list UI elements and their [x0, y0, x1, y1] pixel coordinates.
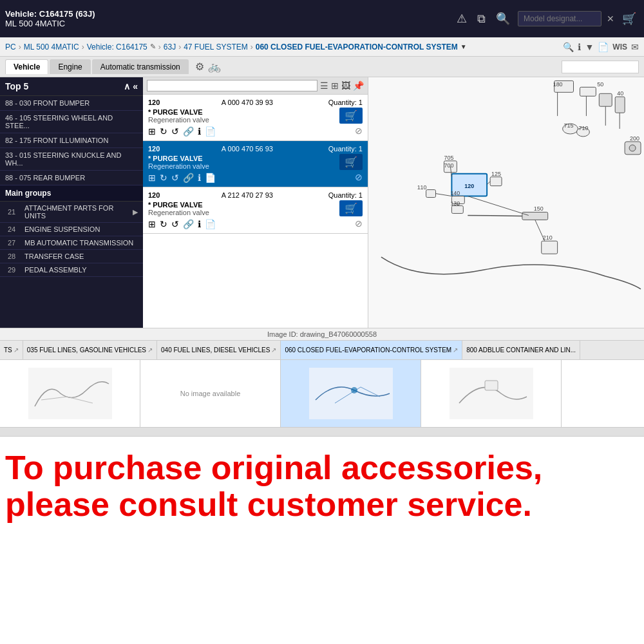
sidebar-group-attachment[interactable]: 21 ATTACHMENT PARTS FOR UNITS ▶	[0, 202, 143, 223]
part-qty-2: Quantity: 1	[328, 145, 363, 153]
info-icon[interactable]: ℹ	[578, 42, 581, 52]
sidebar-dbl-arrow-icon[interactable]: «	[133, 81, 138, 91]
part-info-icon-2[interactable]: ℹ	[198, 173, 201, 183]
part-link-icon-3[interactable]: 🔗	[183, 219, 194, 229]
part-info-icon-1[interactable]: ℹ	[198, 126, 201, 137]
svg-rect-47	[485, 381, 498, 390]
part-refresh2-icon-3[interactable]: ↺	[171, 219, 179, 229]
vehicle-edit-icon[interactable]: ✎	[150, 43, 156, 51]
model-designator-input[interactable]	[518, 11, 601, 26]
svg-rect-2	[580, 87, 596, 96]
tab-automatic-transmission[interactable]: Automatic transmission	[92, 59, 189, 74]
warning-icon[interactable]: ⚠	[454, 10, 469, 27]
breadcrumb-63j[interactable]: 63J	[164, 43, 176, 52]
tab-search-input[interactable]	[562, 61, 639, 73]
sidebar-group-mb-auto-trans[interactable]: 27 MB AUTOMATIC TRANSMISSION	[0, 236, 143, 250]
part-name-3: * PURGE VALVE	[148, 201, 209, 209]
thumb-035-text: 035 FUEL LINES, GASOLINE VEHICLES	[27, 346, 146, 354]
part-info-icon-3[interactable]: ℹ	[198, 219, 201, 229]
part-table-icon-2[interactable]: ⊞	[148, 173, 156, 183]
breadcrumb-pc[interactable]: PC	[5, 43, 16, 52]
parts-pin-icon[interactable]: 📌	[353, 80, 364, 91]
part-item-1[interactable]: 120 A 000 470 39 93 Quantity: 1 * PURGE …	[143, 95, 368, 141]
part-cart-1[interactable]: 🛒	[339, 108, 363, 124]
close-model-input-icon[interactable]: ✕	[607, 14, 614, 24]
settings-icon[interactable]: ⚙	[195, 61, 204, 73]
sidebar-group-attachment-icon[interactable]: ▶	[133, 208, 138, 216]
bike-icon[interactable]: 🚲	[208, 61, 221, 73]
part-code-1: A 000 470 39 93	[222, 99, 273, 106]
filter-icon[interactable]: ▼	[585, 42, 594, 52]
sidebar-item-rear-bumper[interactable]: 88 - 075 REAR BUMPER	[0, 171, 143, 185]
svg-point-45	[351, 387, 357, 393]
copy-icon[interactable]: ⧉	[475, 11, 488, 27]
part-pos-1: 120	[148, 99, 166, 106]
cart-icon[interactable]: 🛒	[620, 10, 639, 27]
wis-icon[interactable]: WIS	[612, 42, 627, 52]
part-doc-icon-2[interactable]: 📄	[205, 173, 216, 183]
thumb-800-text: 800 ADBLUE CONTAINER AND LIN...	[466, 346, 576, 354]
parts-search-input[interactable]	[147, 80, 317, 91]
horizontal-scrollbar[interactable]	[0, 428, 644, 437]
model-name: ML 500 4MATIC	[5, 19, 95, 28]
thumb-item-ts[interactable]	[0, 360, 140, 427]
thumb-label-035[interactable]: 035 FUEL LINES, GASOLINE VEHICLES ↗	[23, 341, 157, 359]
breadcrumb-dropdown-icon[interactable]: ▼	[460, 43, 467, 50]
breadcrumb-fuel-system[interactable]: 47 FUEL SYSTEM	[184, 43, 248, 52]
parts-img-icon[interactable]: 🖼	[341, 80, 350, 91]
thumb-label-800[interactable]: 800 ADBLUE CONTAINER AND LIN...	[462, 341, 580, 359]
parts-list-icon[interactable]: ☰	[320, 80, 328, 91]
part-refresh-icon-1[interactable]: ↻	[160, 126, 167, 137]
tab-vehicle[interactable]: Vehicle	[5, 59, 48, 74]
svg-text:180: 180	[553, 81, 563, 88]
breadcrumb-active[interactable]: 060 CLOSED FUEL-EVAPORATION-CONTROL SYST…	[256, 43, 458, 52]
svg-text:710: 710	[578, 125, 588, 131]
part-table-icon-3[interactable]: ⊞	[148, 219, 156, 229]
sidebar-group-engine-suspension[interactable]: 24 ENGINE SUSPENSION	[0, 223, 143, 236]
svg-text:150: 150	[534, 205, 544, 212]
watermark-line2: please consult customer service.	[5, 486, 639, 523]
part-sub-2: Regeneration valve	[148, 162, 209, 170]
thumb-label-ts[interactable]: TS ↗	[0, 341, 23, 359]
part-doc-icon-3[interactable]: 📄	[205, 219, 216, 229]
thumb-label-040[interactable]: 040 FUEL LINES, DIESEL VEHICLES ↗	[157, 341, 281, 359]
part-item-2[interactable]: 120 A 000 470 56 93 Quantity: 1 * PURGE …	[143, 141, 368, 187]
sidebar-item-steering-wheel[interactable]: 46 - 105 STEERING WHEEL AND STEE...	[0, 111, 143, 133]
part-link-icon-2[interactable]: 🔗	[183, 173, 194, 183]
part-refresh2-icon-1[interactable]: ↺	[171, 126, 179, 137]
sidebar-item-front-illumination[interactable]: 82 - 175 FRONT ILLUMINATION	[0, 133, 143, 148]
breadcrumb-vehicle[interactable]: Vehicle: C164175	[87, 43, 147, 52]
part-cancel-1[interactable]: ⊘	[355, 126, 363, 136]
sidebar-item-steering-knuckle[interactable]: 33 - 015 STEERING KNUCKLE AND WH...	[0, 148, 143, 171]
thumb-040-text: 040 FUEL LINES, DIESEL VEHICLES	[161, 346, 270, 354]
thumb-item-800[interactable]	[421, 360, 562, 427]
part-cancel-2[interactable]: ⊘	[355, 172, 363, 182]
sidebar-group-transfer-case[interactable]: 28 TRANSFER CASE	[0, 250, 143, 263]
doc-icon[interactable]: 📄	[598, 42, 609, 52]
part-cancel-3[interactable]: ⊘	[355, 218, 363, 229]
svg-text:715: 715	[564, 122, 574, 129]
sidebar-item-front-bumper[interactable]: 88 - 030 FRONT BUMPER	[0, 96, 143, 111]
breadcrumb: PC › ML 500 4MATIC › Vehicle: C164175 ✎ …	[0, 37, 644, 57]
part-refresh2-icon-2[interactable]: ↺	[171, 173, 179, 183]
tab-engine[interactable]: Engine	[50, 59, 90, 74]
search-icon[interactable]: 🔍	[493, 10, 513, 27]
part-cart-3[interactable]: 🛒	[339, 200, 363, 216]
sidebar-group-pedal[interactable]: 29 PEDAL ASSEMBLY	[0, 263, 143, 277]
parts-grid-icon[interactable]: ⊞	[331, 80, 339, 91]
part-item-3[interactable]: 120 A 212 470 27 93 Quantity: 1 * PURGE …	[143, 187, 368, 234]
zoom-icon[interactable]: 🔍	[563, 42, 574, 52]
part-refresh-icon-2[interactable]: ↻	[160, 173, 167, 183]
svg-rect-16	[490, 177, 502, 186]
part-doc-icon-1[interactable]: 📄	[205, 126, 216, 137]
breadcrumb-ml500[interactable]: ML 500 4MATIC	[24, 43, 79, 52]
mail-icon[interactable]: ✉	[631, 42, 639, 52]
part-cart-2[interactable]: 🛒	[339, 154, 363, 170]
thumb-label-060[interactable]: 060 CLOSED FUEL-EVAPORATION-CONTROL SYST…	[281, 341, 462, 359]
thumb-item-035[interactable]: No image available	[140, 360, 281, 427]
part-table-icon-1[interactable]: ⊞	[148, 126, 156, 137]
part-link-icon-1[interactable]: 🔗	[183, 126, 194, 137]
sidebar-collapse-icon[interactable]: ∧	[124, 81, 130, 91]
thumb-item-060[interactable]	[281, 360, 421, 427]
part-refresh-icon-3[interactable]: ↻	[160, 219, 167, 229]
